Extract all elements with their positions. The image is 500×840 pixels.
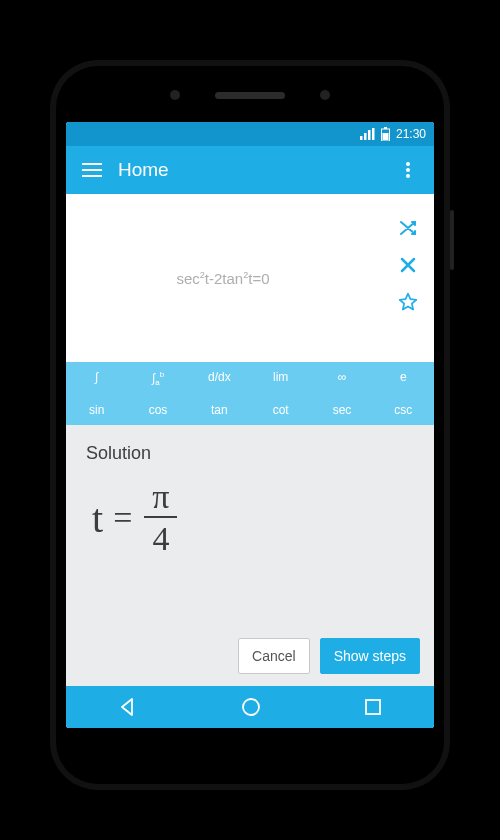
svg-rect-0 bbox=[360, 136, 363, 140]
solution-title: Solution bbox=[86, 443, 414, 464]
svg-point-12 bbox=[406, 174, 410, 178]
phone-sensor-2 bbox=[170, 90, 180, 100]
svg-point-10 bbox=[406, 162, 410, 166]
phone-sensor bbox=[320, 90, 330, 100]
key-def-integral[interactable]: ∫ab bbox=[127, 362, 188, 395]
key-integral[interactable]: ∫ bbox=[66, 362, 127, 395]
star-icon bbox=[398, 292, 418, 312]
svg-point-11 bbox=[406, 168, 410, 172]
menu-button[interactable] bbox=[74, 152, 110, 188]
phone-side-button bbox=[450, 210, 454, 270]
fraction-denominator: 4 bbox=[144, 518, 177, 556]
screen: 21:30 Home bbox=[66, 122, 434, 728]
home-icon bbox=[240, 696, 262, 718]
key-cos[interactable]: cos bbox=[127, 395, 188, 425]
key-infinity[interactable]: ∞ bbox=[311, 362, 372, 395]
android-nav-bar bbox=[66, 686, 434, 728]
equation-input[interactable]: sec2t-2tan2t=0 bbox=[66, 194, 380, 362]
status-time: 21:30 bbox=[396, 127, 426, 141]
solution-variable: t bbox=[92, 495, 103, 542]
key-derivative[interactable]: d/dx bbox=[189, 362, 250, 395]
more-vert-icon bbox=[406, 162, 410, 178]
svg-point-13 bbox=[243, 699, 259, 715]
phone-speaker bbox=[215, 92, 285, 99]
clear-button[interactable] bbox=[399, 256, 417, 274]
shuffle-button[interactable] bbox=[398, 218, 418, 238]
nav-home-button[interactable] bbox=[240, 696, 262, 718]
overflow-button[interactable] bbox=[390, 152, 426, 188]
svg-rect-7 bbox=[82, 163, 102, 165]
status-bar: 21:30 bbox=[66, 122, 434, 146]
nav-back-button[interactable] bbox=[117, 696, 139, 718]
svg-rect-6 bbox=[382, 133, 388, 140]
svg-rect-14 bbox=[366, 700, 380, 714]
svg-rect-9 bbox=[82, 175, 102, 177]
key-sin[interactable]: sin bbox=[66, 395, 127, 425]
favorite-button[interactable] bbox=[398, 292, 418, 312]
shuffle-icon bbox=[398, 218, 418, 238]
phone-frame: 21:30 Home bbox=[50, 60, 450, 790]
hamburger-icon bbox=[82, 163, 102, 177]
key-limit[interactable]: lim bbox=[250, 362, 311, 395]
cancel-button[interactable]: Cancel bbox=[238, 638, 310, 674]
svg-rect-8 bbox=[82, 169, 102, 171]
nav-recents-button[interactable] bbox=[363, 697, 383, 717]
equation-area: sec2t-2tan2t=0 bbox=[66, 194, 434, 362]
key-cot[interactable]: cot bbox=[250, 395, 311, 425]
solution-actions: Cancel Show steps bbox=[238, 638, 420, 674]
key-csc[interactable]: csc bbox=[373, 395, 434, 425]
math-keyboard: ∫ ∫ab d/dx lim ∞ e sin cos tan cot sec c… bbox=[66, 362, 434, 425]
svg-rect-1 bbox=[364, 133, 367, 140]
solution-panel: Solution t = π 4 Cancel Show steps bbox=[66, 425, 434, 686]
app-bar: Home bbox=[66, 146, 434, 194]
key-e[interactable]: e bbox=[373, 362, 434, 395]
page-title: Home bbox=[118, 159, 390, 181]
back-icon bbox=[117, 696, 139, 718]
equation-side-actions bbox=[388, 218, 428, 312]
solution-fraction: π 4 bbox=[144, 480, 177, 556]
solution-equals: = bbox=[113, 499, 132, 537]
svg-rect-2 bbox=[368, 130, 371, 140]
close-icon bbox=[399, 256, 417, 274]
battery-icon bbox=[381, 127, 390, 141]
svg-rect-3 bbox=[372, 128, 375, 140]
signal-icon bbox=[360, 128, 375, 140]
show-steps-button[interactable]: Show steps bbox=[320, 638, 420, 674]
key-sec[interactable]: sec bbox=[311, 395, 372, 425]
key-tan[interactable]: tan bbox=[189, 395, 250, 425]
fraction-numerator: π bbox=[144, 480, 177, 516]
solution-equation: t = π 4 bbox=[92, 480, 414, 556]
recents-icon bbox=[363, 697, 383, 717]
